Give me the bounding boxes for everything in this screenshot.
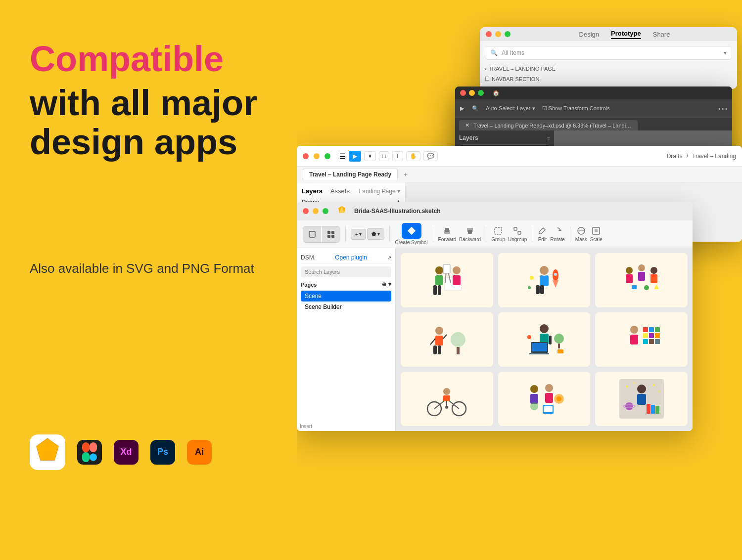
all-items-search[interactable]: 🔍 All Items ▾ xyxy=(485,46,732,60)
figma-close-button[interactable] xyxy=(303,153,309,159)
svg-marker-20 xyxy=(408,227,416,235)
figma-landing-page-selector[interactable]: Landing Page ▾ xyxy=(359,188,400,195)
sketch-scene-builder-page[interactable]: Scene Builder xyxy=(301,302,391,312)
svg-rect-27 xyxy=(514,227,517,230)
sketch-canvas xyxy=(396,248,693,431)
grid-tool[interactable] xyxy=(322,226,340,242)
tab-prototype[interactable]: Prototype xyxy=(611,30,641,39)
tab-share[interactable]: Share xyxy=(653,31,670,38)
open-plugin-link[interactable]: Open plugin xyxy=(335,254,367,261)
maximize-button[interactable] xyxy=(505,31,510,37)
sketch-titlebar: Brida-SAAS-Illustration.sketch xyxy=(297,202,693,220)
navbar-label: NAVBAR SECTION xyxy=(492,76,539,82)
svg-point-102 xyxy=(545,384,553,392)
svg-rect-35 xyxy=(435,275,443,285)
compatible-heading: Compatible xyxy=(30,40,282,79)
group-tool[interactable]: Group xyxy=(491,226,505,242)
figma-file-tab[interactable]: Travel – Landing Page Ready xyxy=(303,169,398,180)
add-layer-button[interactable]: ⊕ xyxy=(382,281,386,288)
svg-rect-90 xyxy=(649,339,654,344)
sketch-close-button[interactable] xyxy=(303,208,309,214)
dsm-label: DSM. xyxy=(301,254,316,261)
edit-tool[interactable]: Edit xyxy=(537,226,547,242)
ps-minimize-button[interactable] xyxy=(469,90,475,96)
right-panel: Design Prototype Share 🔍 All Items ▾ ‹ T… xyxy=(297,0,742,560)
figma-tab-assets[interactable]: Assets xyxy=(330,187,350,195)
sketch-maximize-button[interactable] xyxy=(323,208,328,214)
sketch-toolbar: Canvas Insert + ▾ ⬟ ▾ xyxy=(297,220,693,248)
svg-rect-89 xyxy=(643,339,648,344)
sketch-minimize-button[interactable] xyxy=(313,208,319,214)
ps-file-tab: Travel – Landing Page Ready–xd.psd @ 8.3… xyxy=(473,123,632,129)
svg-rect-46 xyxy=(536,285,540,294)
svg-rect-25 xyxy=(468,230,472,234)
svg-rect-70 xyxy=(457,347,460,354)
illustration-3 xyxy=(595,253,688,307)
svg-point-69 xyxy=(451,332,465,347)
svg-rect-26 xyxy=(495,227,502,234)
illustration-9 xyxy=(595,372,688,426)
sketch-scene-page[interactable]: Scene xyxy=(301,291,391,302)
minimize-button[interactable] xyxy=(495,31,501,37)
illustration-4 xyxy=(401,312,493,367)
rotate-tool[interactable]: Rotate xyxy=(550,226,564,242)
svg-point-71 xyxy=(540,324,549,333)
ungroup-tool[interactable]: Ungroup xyxy=(508,226,527,242)
svg-rect-108 xyxy=(544,406,553,412)
search-layers-input[interactable] xyxy=(301,266,391,277)
svg-point-79 xyxy=(527,335,531,339)
figma-breadcrumb-1: Drafts xyxy=(667,153,683,160)
svg-marker-49 xyxy=(553,280,558,288)
illustration-7 xyxy=(401,372,493,426)
svg-rect-82 xyxy=(630,335,638,345)
svg-rect-85 xyxy=(655,327,660,332)
ps-titlebar: 🏠 xyxy=(455,86,732,99)
breadcrumb-row: ‹ TRAVEL – LANDING PAGE xyxy=(485,64,732,74)
figma-tab-layers[interactable]: Layers xyxy=(302,187,323,195)
svg-rect-15 xyxy=(309,231,315,237)
canvas-tool[interactable] xyxy=(303,226,321,242)
navbar-row: ☐ NAVBAR SECTION xyxy=(485,74,732,84)
create-symbol-group[interactable]: Create Symbol xyxy=(395,223,427,245)
svg-rect-12 xyxy=(82,452,90,462)
svg-rect-119 xyxy=(655,406,659,414)
scale-tool[interactable]: Scale xyxy=(590,226,603,242)
illustration-1 xyxy=(401,253,493,307)
svg-point-63 xyxy=(435,327,443,335)
svg-rect-36 xyxy=(433,285,437,295)
svg-point-105 xyxy=(556,396,561,401)
svg-rect-118 xyxy=(651,405,655,414)
dsm-row: DSM. Open plugin ↗ xyxy=(301,252,391,263)
ps-maximize-button[interactable] xyxy=(478,90,484,96)
svg-rect-78 xyxy=(558,344,560,348)
svg-rect-9 xyxy=(90,442,97,452)
svg-point-81 xyxy=(630,326,638,334)
close-button[interactable] xyxy=(486,31,492,37)
figma-add-tab[interactable]: + xyxy=(404,171,408,178)
svg-point-53 xyxy=(528,286,531,289)
figma-minimize-button[interactable] xyxy=(314,153,320,159)
figma-maximize-button[interactable] xyxy=(325,153,330,159)
data-tool[interactable]: ⬟ ▾ xyxy=(367,228,384,240)
forward-tool[interactable]: Forward xyxy=(438,226,457,242)
tab-design[interactable]: Design xyxy=(579,31,599,38)
layers-menu[interactable]: ▾ xyxy=(388,281,391,288)
svg-point-115 xyxy=(653,384,655,386)
svg-point-39 xyxy=(453,266,461,274)
svg-rect-84 xyxy=(649,327,654,332)
ps-close-button[interactable] xyxy=(460,90,466,96)
xd-icon: Xd xyxy=(114,440,139,465)
svg-rect-73 xyxy=(549,336,552,345)
plus-tool[interactable]: + ▾ xyxy=(351,229,366,240)
mask-tool[interactable]: Mask xyxy=(575,226,587,242)
layers-label: Layers xyxy=(459,134,478,141)
plugin-arrow[interactable]: ↗ xyxy=(387,255,391,260)
photoshop-icon: Ps xyxy=(150,440,175,465)
svg-rect-37 xyxy=(438,285,441,295)
svg-point-54 xyxy=(626,267,633,274)
svg-point-61 xyxy=(644,285,649,290)
svg-marker-62 xyxy=(654,284,659,289)
svg-rect-57 xyxy=(638,272,645,281)
backward-tool[interactable]: Backward xyxy=(459,226,481,242)
svg-rect-60 xyxy=(632,285,637,289)
